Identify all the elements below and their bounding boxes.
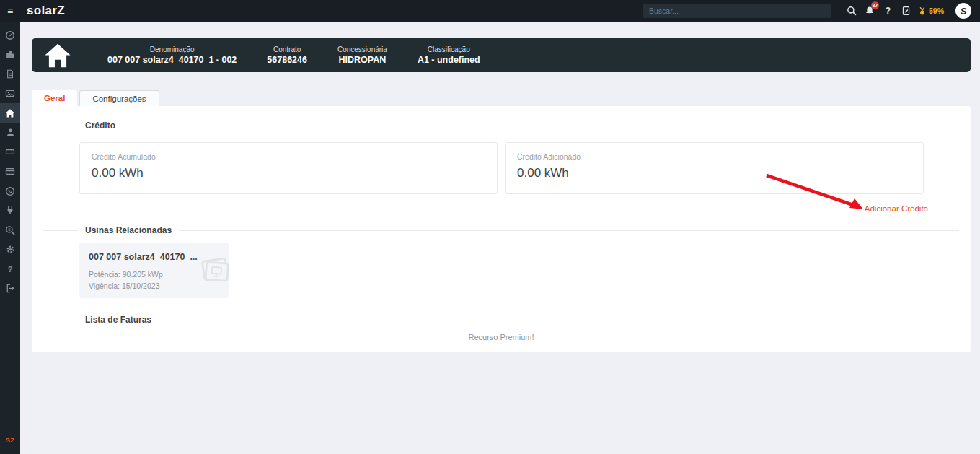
sidebar-item-charts[interactable] <box>0 45 20 64</box>
premium-message: Recurso Premium! <box>32 333 971 341</box>
search-dollar-icon: $ <box>5 225 15 235</box>
field-concessionaria: Concessionária HIDROPAN <box>337 45 387 65</box>
section-credito: Crédito <box>43 126 959 126</box>
sidebar-item-tickets[interactable] <box>0 142 20 162</box>
search-icon[interactable] <box>843 0 861 22</box>
top-navbar: ≡ solarZ 87 ? 59% S <box>0 0 980 22</box>
section-title-faturas: Lista de Faturas <box>78 315 159 325</box>
field-classificacao: Classificação A1 - undefined <box>418 45 480 65</box>
section-title-usinas: Usinas Relacionadas <box>78 225 179 235</box>
credit-card-icon <box>5 167 15 176</box>
section-title-credito: Crédito <box>78 121 123 131</box>
search-input[interactable] <box>643 4 831 18</box>
field-contrato: Contrato 56786246 <box>267 45 307 65</box>
notification-count-badge: 87 <box>871 1 879 9</box>
sidebar-item-reports[interactable] <box>0 64 20 84</box>
tab-bar: Geral Configurações <box>32 90 159 106</box>
usina-title: 007 007 solarz4_40170_... <box>89 252 198 262</box>
usina-vigencia: Vigência: 15/10/2023 <box>89 280 198 292</box>
field-label: Concessionária <box>337 45 387 53</box>
sidebar-item-help[interactable]: ? <box>0 259 20 279</box>
whatsapp-icon <box>5 186 15 196</box>
home-icon <box>5 108 15 118</box>
unit-home-icon <box>43 42 73 69</box>
bar-chart-icon <box>6 50 15 59</box>
sidebar-item-home[interactable] <box>0 103 20 123</box>
sidebar-item-dashboard[interactable] <box>0 25 20 45</box>
help-icon[interactable]: ? <box>879 0 897 22</box>
user-avatar[interactable]: S <box>955 3 971 19</box>
menu-icon[interactable]: ≡ <box>0 0 20 22</box>
sidebar-item-audit[interactable]: $ <box>0 220 20 240</box>
tablet-edit-icon[interactable] <box>897 0 915 22</box>
sidebar-item-settings[interactable] <box>0 240 20 259</box>
logout-icon <box>6 284 15 293</box>
field-denominacao: Denominação 007 007 solarz4_40170_1 - 00… <box>107 45 237 65</box>
gamification-level[interactable]: 59% <box>918 6 944 16</box>
sidebar-item-gallery[interactable] <box>0 84 20 103</box>
usina-potencia: Potência: 90.205 kWp <box>89 269 198 280</box>
field-label: Denominação <box>107 45 237 53</box>
section-usinas: Usinas Relacionadas <box>43 230 959 231</box>
plug-icon <box>6 206 14 215</box>
usina-photo-placeholder-icon <box>198 254 232 287</box>
left-sidebar: $ ? SZ <box>0 22 20 454</box>
usina-card[interactable]: 007 007 solarz4_40170_... Potência: 90.2… <box>79 243 229 298</box>
level-percent: 59% <box>929 6 944 15</box>
notifications-bell-icon[interactable]: 87 <box>861 0 879 22</box>
app-logo[interactable]: solarZ <box>27 4 65 18</box>
field-value: 007 007 solarz4_40170_1 - 002 <box>107 55 237 65</box>
sidebar-item-clients[interactable] <box>0 123 20 142</box>
sidebar-item-logout[interactable] <box>0 279 20 298</box>
credito-acumulado-card: Crédito Acumulado 0.00 kWh <box>79 142 498 194</box>
question-icon: ? <box>8 265 13 274</box>
credito-adicionado-label: Crédito Adicionado <box>517 152 911 161</box>
gear-icon <box>6 245 15 254</box>
sidebar-item-whatsapp[interactable] <box>0 181 20 201</box>
tab-geral[interactable]: Geral <box>32 90 77 106</box>
sidebar-item-billing[interactable] <box>0 162 20 181</box>
field-label: Contrato <box>267 45 307 53</box>
unit-header-card: Denominação 007 007 solarz4_40170_1 - 00… <box>32 38 971 72</box>
photo-icon <box>5 89 15 98</box>
section-faturas: Lista de Faturas <box>43 320 959 320</box>
main-content: Denominação 007 007 solarz4_40170_1 - 00… <box>20 22 980 454</box>
credito-adicionado-value: 0.00 kWh <box>517 166 911 180</box>
field-value: 56786246 <box>267 55 307 65</box>
file-invoice-icon <box>6 69 14 79</box>
svg-text:$: $ <box>8 227 11 231</box>
tab-content-panel: Crédito Crédito Acumulado 0.00 kWh Crédi… <box>32 106 971 352</box>
credito-acumulado-value: 0.00 kWh <box>92 166 485 180</box>
adicionar-credito-link[interactable]: Adicionar Crédito <box>865 204 928 213</box>
navbar-right: 87 ? 59% S <box>643 0 980 22</box>
medal-icon <box>918 6 927 16</box>
gauge-icon <box>5 30 15 40</box>
field-value: HIDROPAN <box>337 55 387 65</box>
user-icon <box>6 128 15 137</box>
field-label: Classificação <box>418 45 480 53</box>
field-value: A1 - undefined <box>418 55 480 65</box>
usina-card-text: 007 007 solarz4_40170_... Potência: 90.2… <box>89 252 198 289</box>
tab-configuracoes[interactable]: Configurações <box>79 90 159 106</box>
credito-acumulado-label: Crédito Acumulado <box>92 152 485 161</box>
sidebar-footer-logo: SZ <box>0 436 20 444</box>
sidebar-item-integrations[interactable] <box>0 201 20 220</box>
ticket-icon <box>5 147 15 157</box>
credito-adicionado-card: Crédito Adicionado 0.00 kWh <box>505 142 924 194</box>
